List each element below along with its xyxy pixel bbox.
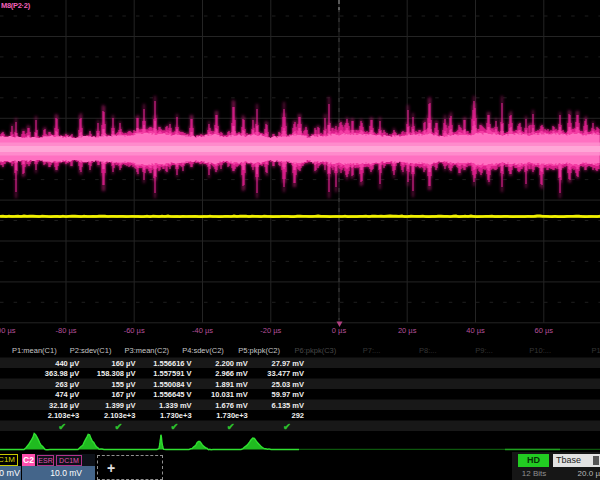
svg-text:✔: ✔ bbox=[171, 421, 179, 432]
svg-text:-80 µs: -80 µs bbox=[56, 326, 77, 335]
svg-text:20 µs: 20 µs bbox=[398, 326, 417, 335]
svg-text:-20 µs: -20 µs bbox=[260, 326, 281, 335]
svg-text:P6:pkpk(C3): P6:pkpk(C3) bbox=[295, 346, 337, 355]
svg-text:292: 292 bbox=[291, 411, 304, 420]
svg-text:✔: ✔ bbox=[114, 421, 122, 432]
svg-text:1.550084 V: 1.550084 V bbox=[153, 380, 191, 389]
svg-text:2.200 mV: 2.200 mV bbox=[215, 359, 248, 368]
svg-text:25.03 mV: 25.03 mV bbox=[271, 380, 304, 389]
svg-text:167 µV: 167 µV bbox=[111, 390, 135, 399]
svg-text:P7:...: P7:... bbox=[363, 346, 381, 355]
svg-text:P9:...: P9:... bbox=[475, 346, 493, 355]
svg-text:P4:sdev(C2): P4:sdev(C2) bbox=[182, 346, 224, 355]
svg-text:1.557591 V: 1.557591 V bbox=[153, 369, 191, 378]
svg-text:✔: ✔ bbox=[58, 421, 66, 432]
svg-text:P3:mean(C2): P3:mean(C2) bbox=[124, 346, 169, 355]
svg-text:32.16 µV: 32.16 µV bbox=[49, 401, 79, 410]
svg-text:1.676 mV: 1.676 mV bbox=[215, 401, 248, 410]
svg-text:1.556616 V: 1.556616 V bbox=[153, 359, 191, 368]
svg-text:P8:...: P8:... bbox=[419, 346, 437, 355]
svg-text:40 µs: 40 µs bbox=[466, 326, 485, 335]
svg-text:363.98 µV: 363.98 µV bbox=[45, 369, 79, 378]
svg-text:-100 µs: -100 µs bbox=[0, 326, 16, 335]
svg-text:P1: P1 bbox=[591, 346, 600, 355]
svg-text:155 µV: 155 µV bbox=[111, 380, 135, 389]
svg-text:P1:mean(C1): P1:mean(C1) bbox=[12, 346, 57, 355]
svg-text:263 µV: 263 µV bbox=[55, 380, 79, 389]
svg-text:440 µV: 440 µV bbox=[55, 359, 79, 368]
svg-text:27.97 mV: 27.97 mV bbox=[271, 359, 304, 368]
svg-text:158.308 µV: 158.308 µV bbox=[97, 369, 136, 378]
svg-text:0 µs: 0 µs bbox=[332, 326, 347, 335]
svg-text:474 µV: 474 µV bbox=[55, 390, 79, 399]
svg-text:P10:...: P10:... bbox=[529, 346, 551, 355]
svg-text:✔: ✔ bbox=[283, 421, 291, 432]
svg-text:10.031 mV: 10.031 mV bbox=[211, 390, 248, 399]
svg-text:P2:sdev(C1): P2:sdev(C1) bbox=[70, 346, 112, 355]
svg-text:2.966 mV: 2.966 mV bbox=[215, 369, 248, 378]
svg-text:1.556645 V: 1.556645 V bbox=[153, 390, 191, 399]
svg-text:2.103e+3: 2.103e+3 bbox=[48, 411, 80, 420]
svg-text:2.103e+3: 2.103e+3 bbox=[104, 411, 136, 420]
svg-text:-40 µs: -40 µs bbox=[192, 326, 213, 335]
svg-text:M8(P2·2): M8(P2·2) bbox=[1, 1, 31, 10]
svg-text:6.135 mV: 6.135 mV bbox=[271, 401, 304, 410]
svg-text:✔: ✔ bbox=[227, 421, 235, 432]
svg-text:1.730e+3: 1.730e+3 bbox=[160, 411, 192, 420]
svg-text:60 µs: 60 µs bbox=[535, 326, 554, 335]
svg-text:1.339 mV: 1.339 mV bbox=[159, 401, 192, 410]
svg-text:59.97 mV: 59.97 mV bbox=[271, 390, 304, 399]
svg-text:P5:pkpk(C2): P5:pkpk(C2) bbox=[238, 346, 280, 355]
svg-text:1.730e+3: 1.730e+3 bbox=[216, 411, 248, 420]
svg-text:1.891 mV: 1.891 mV bbox=[215, 380, 248, 389]
svg-text:160 µV: 160 µV bbox=[111, 359, 135, 368]
svg-text:-60 µs: -60 µs bbox=[124, 326, 145, 335]
svg-text:33.477 mV: 33.477 mV bbox=[267, 369, 304, 378]
svg-text:1.399 µV: 1.399 µV bbox=[105, 401, 135, 410]
